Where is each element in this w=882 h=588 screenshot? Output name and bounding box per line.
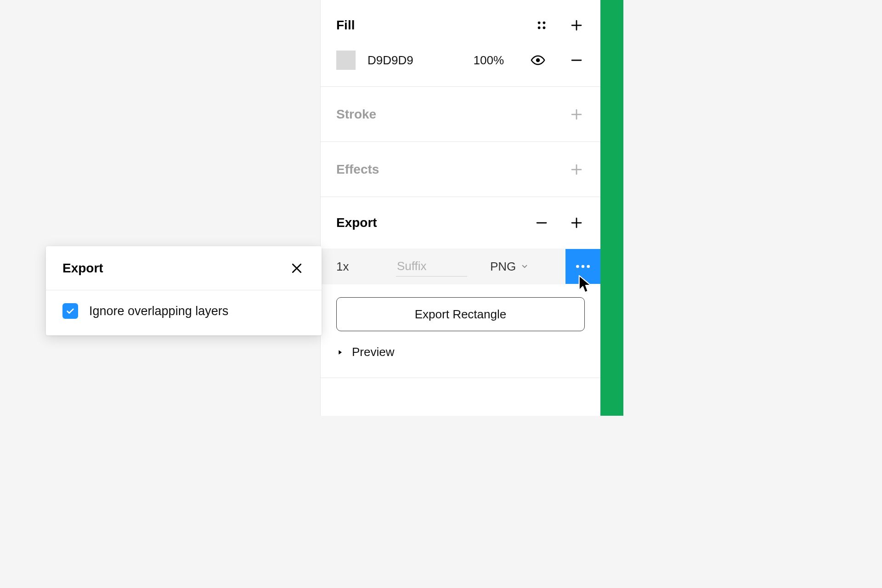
export-title: Export [336,215,533,230]
svg-point-0 [538,22,541,24]
popup-header: Export [46,246,322,290]
export-header-icons [533,215,585,231]
fill-section: Fill D9D9D9 100% [321,0,600,87]
stroke-section: Stroke [321,87,600,142]
add-stroke-icon[interactable] [568,106,585,123]
properties-panel: Fill D9D9D9 100% Stroke [320,0,600,416]
effects-section: Effects [321,142,600,197]
export-button-label: Export Rectangle [415,307,506,322]
stroke-title: Stroke [336,107,568,122]
svg-point-7 [587,265,590,268]
more-horizontal-icon [574,257,592,276]
chevron-down-icon [520,262,529,271]
preview-row[interactable]: Preview [321,331,600,378]
fill-row: D9D9D9 100% [336,51,585,86]
svg-point-3 [543,27,546,29]
fill-title: Fill [336,18,533,33]
caret-right-icon [336,349,344,356]
export-scale[interactable]: 1x [336,260,391,274]
svg-point-2 [538,27,541,29]
close-icon[interactable] [288,260,305,277]
export-format-select[interactable]: PNG [490,260,529,274]
svg-point-4 [536,58,540,62]
remove-fill-icon[interactable] [568,52,585,68]
fill-swatch[interactable] [336,51,356,70]
export-options-button[interactable] [565,249,600,284]
svg-point-6 [582,265,585,268]
visibility-toggle-icon[interactable] [530,52,546,68]
fill-hex-value[interactable]: D9D9D9 [368,53,413,68]
selection-edge [600,0,623,416]
export-header: Export [321,197,600,249]
check-icon [65,306,75,316]
export-format-value: PNG [490,260,516,274]
add-fill-icon[interactable] [568,17,585,34]
export-setting-row: 1x PNG [321,249,600,284]
svg-point-1 [543,22,546,24]
effects-title: Effects [336,162,568,177]
export-options-popup: Export Ignore overlapping layers [46,246,322,335]
fill-opacity-value[interactable]: 100% [474,53,504,68]
export-suffix-input[interactable] [396,256,467,277]
export-section: Export 1x PNG Export Rectangle [321,197,600,378]
add-effect-icon[interactable] [568,161,585,178]
svg-point-5 [576,265,579,268]
preview-label: Preview [352,345,394,359]
ignore-overlapping-checkbox[interactable] [62,303,78,319]
ignore-overlapping-label: Ignore overlapping layers [89,304,228,318]
popup-body: Ignore overlapping layers [46,290,322,335]
fill-header-icons [533,17,585,34]
fill-styles-icon[interactable] [533,17,550,34]
popup-title: Export [62,261,103,276]
add-export-icon[interactable] [568,215,585,231]
remove-export-icon[interactable] [533,215,550,231]
fill-header: Fill [336,0,585,51]
export-button[interactable]: Export Rectangle [336,297,585,331]
